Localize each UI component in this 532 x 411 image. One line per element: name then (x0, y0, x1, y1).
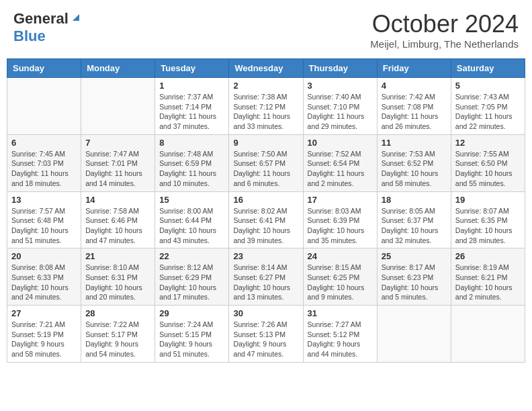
day-info: Sunrise: 8:00 AMSunset: 6:44 PMDaylight:… (159, 206, 224, 246)
calendar-table: SundayMondayTuesdayWednesdayThursdayFrid… (7, 58, 525, 363)
day-info: Sunrise: 8:14 AMSunset: 6:27 PMDaylight:… (233, 263, 298, 302)
day-number: 3 (308, 81, 373, 91)
day-info: Sunrise: 7:45 AMSunset: 7:03 PMDaylight:… (11, 149, 77, 189)
calendar-cell: 9Sunrise: 7:50 AMSunset: 6:57 PMDaylight… (229, 134, 303, 191)
day-info: Sunrise: 7:40 AMSunset: 7:10 PMDaylight:… (308, 92, 373, 132)
calendar-cell: 23Sunrise: 8:14 AMSunset: 6:27 PMDayligh… (229, 248, 303, 306)
calendar-cell (451, 306, 525, 363)
day-number: 12 (455, 138, 521, 148)
day-info: Sunrise: 8:19 AMSunset: 6:21 PMDaylight:… (455, 263, 521, 302)
day-number: 4 (382, 81, 447, 91)
day-header-tuesday: Tuesday (155, 59, 229, 78)
day-info: Sunrise: 8:15 AMSunset: 6:25 PMDaylight:… (308, 263, 373, 302)
day-number: 19 (455, 195, 521, 205)
day-number: 25 (382, 251, 447, 261)
calendar-cell: 8Sunrise: 7:48 AMSunset: 6:59 PMDaylight… (155, 134, 229, 191)
calendar-cell: 3Sunrise: 7:40 AMSunset: 7:10 PMDaylight… (303, 78, 377, 135)
day-info: Sunrise: 8:07 AMSunset: 6:35 PMDaylight:… (455, 206, 521, 246)
calendar-week-row: 6Sunrise: 7:45 AMSunset: 7:03 PMDaylight… (7, 134, 525, 191)
day-number: 18 (382, 195, 447, 205)
calendar-cell: 4Sunrise: 7:42 AMSunset: 7:08 PMDaylight… (377, 78, 451, 135)
calendar-cell: 30Sunrise: 7:26 AMSunset: 5:13 PMDayligh… (229, 306, 303, 363)
day-info: Sunrise: 7:38 AMSunset: 7:12 PMDaylight:… (233, 92, 298, 132)
day-info: Sunrise: 8:03 AMSunset: 6:39 PMDaylight:… (308, 206, 373, 246)
location: Meijel, Limburg, The Netherlands (370, 38, 519, 50)
day-info: Sunrise: 7:27 AMSunset: 5:12 PMDaylight:… (308, 320, 373, 359)
day-number: 7 (85, 138, 150, 148)
calendar-cell (7, 78, 81, 135)
day-number: 22 (159, 251, 224, 261)
day-header-friday: Friday (377, 59, 451, 78)
calendar-cell: 13Sunrise: 7:57 AMSunset: 6:48 PMDayligh… (7, 191, 81, 248)
day-info: Sunrise: 7:42 AMSunset: 7:08 PMDaylight:… (382, 92, 447, 132)
day-number: 27 (11, 308, 77, 318)
title-section: October 2024 Meijel, Limburg, The Nether… (370, 10, 519, 50)
day-number: 23 (233, 251, 298, 261)
day-info: Sunrise: 8:12 AMSunset: 6:29 PMDaylight:… (159, 263, 224, 302)
calendar-cell: 7Sunrise: 7:47 AMSunset: 7:01 PMDaylight… (81, 134, 155, 191)
day-number: 8 (159, 138, 224, 148)
logo: General Blue (13, 10, 82, 45)
day-number: 9 (233, 138, 298, 148)
day-info: Sunrise: 7:53 AMSunset: 6:52 PMDaylight:… (382, 149, 447, 189)
calendar-cell: 24Sunrise: 8:15 AMSunset: 6:25 PMDayligh… (303, 248, 377, 306)
svg-marker-0 (73, 14, 79, 21)
calendar-cell: 1Sunrise: 7:37 AMSunset: 7:14 PMDaylight… (155, 78, 229, 135)
day-info: Sunrise: 7:21 AMSunset: 5:19 PMDaylight:… (11, 320, 77, 359)
day-info: Sunrise: 7:48 AMSunset: 6:59 PMDaylight:… (159, 149, 224, 189)
calendar-cell: 31Sunrise: 7:27 AMSunset: 5:12 PMDayligh… (303, 306, 377, 363)
calendar-cell: 29Sunrise: 7:24 AMSunset: 5:15 PMDayligh… (155, 306, 229, 363)
calendar-week-row: 27Sunrise: 7:21 AMSunset: 5:19 PMDayligh… (7, 306, 525, 363)
calendar-cell: 27Sunrise: 7:21 AMSunset: 5:19 PMDayligh… (7, 306, 81, 363)
day-header-wednesday: Wednesday (229, 59, 303, 78)
calendar-header-row: SundayMondayTuesdayWednesdayThursdayFrid… (7, 59, 525, 78)
calendar-cell: 25Sunrise: 8:17 AMSunset: 6:23 PMDayligh… (377, 248, 451, 306)
day-info: Sunrise: 7:22 AMSunset: 5:17 PMDaylight:… (85, 320, 150, 359)
day-number: 28 (85, 308, 150, 318)
day-info: Sunrise: 8:17 AMSunset: 6:23 PMDaylight:… (382, 263, 447, 302)
day-number: 5 (455, 81, 521, 91)
calendar-cell: 14Sunrise: 7:58 AMSunset: 6:46 PMDayligh… (81, 191, 155, 248)
calendar-cell: 10Sunrise: 7:52 AMSunset: 6:54 PMDayligh… (303, 134, 377, 191)
day-number: 31 (308, 308, 373, 318)
day-info: Sunrise: 7:58 AMSunset: 6:46 PMDaylight:… (85, 206, 150, 246)
day-info: Sunrise: 7:47 AMSunset: 7:01 PMDaylight:… (85, 149, 150, 189)
month-title: October 2024 (370, 10, 519, 38)
calendar-cell: 12Sunrise: 7:55 AMSunset: 6:50 PMDayligh… (451, 134, 525, 191)
day-number: 15 (159, 195, 224, 205)
calendar-cell (377, 306, 451, 363)
calendar-cell: 11Sunrise: 7:53 AMSunset: 6:52 PMDayligh… (377, 134, 451, 191)
calendar-cell: 16Sunrise: 8:02 AMSunset: 6:41 PMDayligh… (229, 191, 303, 248)
calendar-cell: 20Sunrise: 8:08 AMSunset: 6:33 PMDayligh… (7, 248, 81, 306)
day-number: 1 (159, 81, 224, 91)
day-info: Sunrise: 7:24 AMSunset: 5:15 PMDaylight:… (159, 320, 224, 359)
calendar-week-row: 20Sunrise: 8:08 AMSunset: 6:33 PMDayligh… (7, 248, 525, 306)
day-number: 20 (11, 251, 77, 261)
day-number: 6 (11, 138, 77, 148)
day-header-thursday: Thursday (303, 59, 377, 78)
day-number: 17 (308, 195, 373, 205)
day-info: Sunrise: 7:52 AMSunset: 6:54 PMDaylight:… (308, 149, 373, 189)
day-info: Sunrise: 7:55 AMSunset: 6:50 PMDaylight:… (455, 149, 521, 189)
logo-icon (70, 11, 82, 24)
day-number: 26 (455, 251, 521, 261)
logo-blue: Blue (13, 28, 46, 44)
calendar-cell: 19Sunrise: 8:07 AMSunset: 6:35 PMDayligh… (451, 191, 525, 248)
calendar-cell: 17Sunrise: 8:03 AMSunset: 6:39 PMDayligh… (303, 191, 377, 248)
calendar-cell: 6Sunrise: 7:45 AMSunset: 7:03 PMDaylight… (7, 134, 81, 191)
calendar-cell: 15Sunrise: 8:00 AMSunset: 6:44 PMDayligh… (155, 191, 229, 248)
day-number: 14 (85, 195, 150, 205)
calendar-cell: 22Sunrise: 8:12 AMSunset: 6:29 PMDayligh… (155, 248, 229, 306)
day-number: 21 (85, 251, 150, 261)
day-number: 2 (233, 81, 298, 91)
day-info: Sunrise: 8:02 AMSunset: 6:41 PMDaylight:… (233, 206, 298, 246)
calendar-cell: 2Sunrise: 7:38 AMSunset: 7:12 PMDaylight… (229, 78, 303, 135)
calendar-cell: 26Sunrise: 8:19 AMSunset: 6:21 PMDayligh… (451, 248, 525, 306)
day-header-monday: Monday (81, 59, 155, 78)
calendar-cell: 21Sunrise: 8:10 AMSunset: 6:31 PMDayligh… (81, 248, 155, 306)
calendar-week-row: 13Sunrise: 7:57 AMSunset: 6:48 PMDayligh… (7, 191, 525, 248)
day-number: 11 (382, 138, 447, 148)
day-info: Sunrise: 7:50 AMSunset: 6:57 PMDaylight:… (233, 149, 298, 189)
calendar-cell: 18Sunrise: 8:05 AMSunset: 6:37 PMDayligh… (377, 191, 451, 248)
day-number: 30 (233, 308, 298, 318)
